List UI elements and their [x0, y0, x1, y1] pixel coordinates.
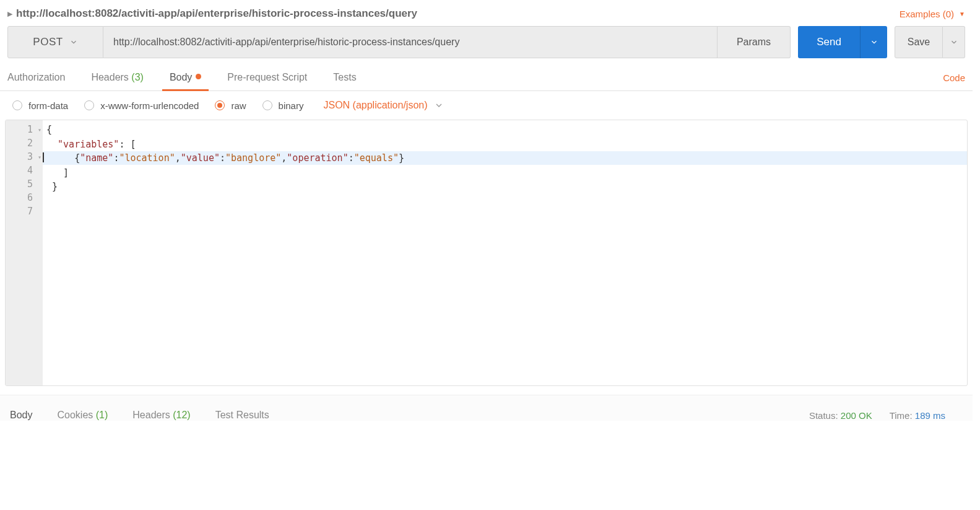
response-tab-tests[interactable]: Test Results [215, 410, 269, 421]
editor-gutter: 1 2 3 4 5 6 7 [6, 120, 43, 385]
radio-icon [262, 100, 272, 110]
chevron-down-icon [69, 38, 78, 46]
radio-icon [215, 100, 225, 110]
radio-binary-label: binary [279, 100, 304, 111]
send-button[interactable]: Send [798, 26, 860, 58]
time-value: 189 ms [915, 410, 945, 421]
tab-tests[interactable]: Tests [333, 72, 356, 90]
content-type-dropdown[interactable]: JSON (application/json) [323, 100, 443, 111]
response-tab-cookies-label: Cookies [57, 410, 95, 420]
tab-headers[interactable]: Headers (3) [91, 72, 143, 90]
body-editor[interactable]: 1 2 3 4 5 6 7 { "variables": [ {"name":"… [5, 120, 968, 386]
response-tab-body[interactable]: Body [10, 410, 32, 421]
line-number: 1 [6, 123, 43, 136]
request-title: http://localhost:8082/activiti-app/api/e… [16, 7, 900, 20]
status-value: 200 OK [841, 410, 872, 421]
expand-request-icon[interactable]: ▶ [7, 10, 12, 18]
line-number: 5 [6, 177, 43, 191]
examples-dropdown[interactable]: Examples (0) ▼ [900, 9, 965, 19]
modified-dot-icon [196, 74, 201, 79]
radio-icon [84, 100, 94, 110]
editor-content[interactable]: { "variables": [ {"name":"location","val… [43, 120, 967, 385]
radio-binary[interactable]: binary [262, 100, 304, 111]
url-input[interactable] [103, 26, 718, 58]
tab-authorization[interactable]: Authorization [7, 72, 65, 90]
line-number: 2 [6, 136, 43, 150]
response-tab-headers-label: Headers [132, 410, 173, 420]
response-tab-cookies-count: (1) [96, 410, 108, 420]
radio-raw-label: raw [231, 100, 246, 111]
code-link[interactable]: Code [943, 73, 965, 90]
tab-body[interactable]: Body [170, 72, 201, 90]
save-dropdown[interactable] [943, 26, 965, 58]
send-dropdown[interactable] [860, 26, 887, 58]
http-method-dropdown[interactable]: POST [7, 26, 103, 58]
code-line: { [43, 123, 967, 136]
code-line: {"name":"location","value":"banglore","o… [43, 151, 967, 165]
chevron-down-icon [870, 38, 878, 46]
response-tab-headers-count: (12) [173, 410, 190, 420]
line-number: 3 [6, 150, 43, 164]
code-line: ] [43, 166, 967, 180]
radio-form-data[interactable]: form-data [12, 100, 68, 111]
radio-urlencoded[interactable]: x-www-form-urlencoded [84, 100, 199, 111]
line-number: 7 [6, 204, 43, 218]
chevron-down-icon [434, 100, 444, 110]
params-button[interactable]: Params [718, 26, 791, 58]
line-number: 6 [6, 191, 43, 204]
radio-urlencoded-label: x-www-form-urlencoded [100, 100, 199, 111]
response-tab-cookies[interactable]: Cookies (1) [57, 410, 108, 421]
radio-raw[interactable]: raw [215, 100, 246, 111]
http-method-label: POST [33, 36, 63, 48]
tab-prerequest-script[interactable]: Pre-request Script [227, 72, 307, 90]
code-line: "variables": [ [43, 138, 967, 151]
caret-down-icon: ▼ [959, 11, 965, 17]
radio-form-data-label: form-data [28, 100, 68, 111]
status-display: Status: 200 OK [809, 410, 872, 421]
radio-icon [12, 100, 22, 110]
code-line: } [43, 180, 967, 193]
line-number: 4 [6, 164, 43, 177]
tab-headers-label: Headers [91, 72, 131, 82]
examples-label: Examples (0) [900, 9, 954, 19]
save-button[interactable]: Save [895, 26, 943, 58]
time-display: Time: 189 ms [890, 410, 945, 421]
content-type-label: JSON (application/json) [323, 100, 427, 111]
chevron-down-icon [950, 38, 958, 46]
response-tab-headers[interactable]: Headers (12) [132, 410, 190, 421]
tab-headers-count: (3) [131, 72, 144, 82]
tab-body-label: Body [170, 72, 192, 82]
